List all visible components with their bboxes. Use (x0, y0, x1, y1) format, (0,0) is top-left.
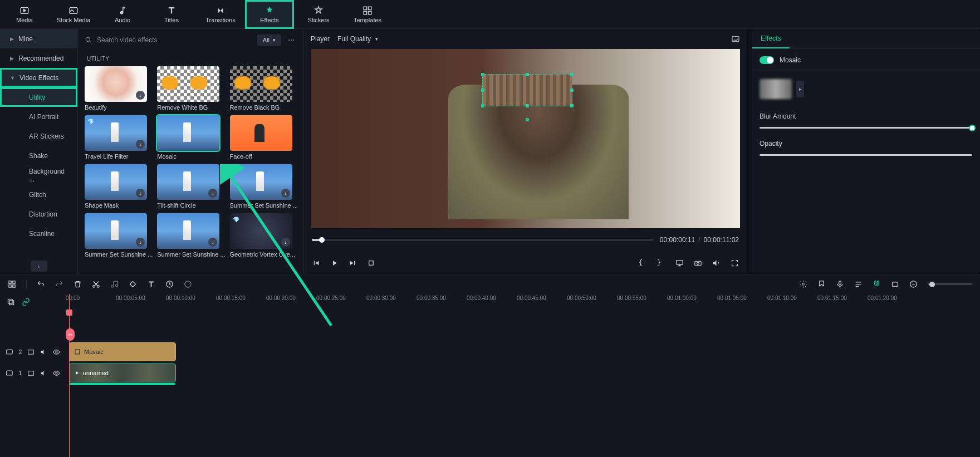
settings-icon[interactable] (799, 280, 807, 288)
scrub-knob[interactable] (319, 237, 325, 243)
fx-clip-mosaic[interactable]: Mosaic (69, 342, 176, 361)
marker-icon[interactable] (817, 280, 826, 288)
cat-utility[interactable]: Utility (0, 87, 77, 107)
razor-icon[interactable]: ✂ (66, 328, 75, 341)
download-icon[interactable]: ↓ (281, 238, 290, 247)
download-icon[interactable]: ↓ (208, 238, 217, 247)
tag-icon[interactable] (129, 280, 137, 288)
download-icon[interactable]: ↓ (136, 91, 145, 100)
effect-card-summer-set-2[interactable]: ↓Summer Set Sunshine ... (85, 213, 153, 258)
list-icon[interactable] (854, 280, 863, 288)
mic-icon[interactable] (836, 280, 844, 288)
stop-icon[interactable] (367, 259, 375, 267)
tab-effects[interactable]: Effects (752, 29, 790, 48)
frame-icon[interactable] (891, 280, 899, 288)
mute-icon[interactable] (40, 370, 47, 377)
cat-video-effects[interactable]: ▼Video Effects (0, 68, 77, 87)
dup-icon[interactable] (7, 298, 15, 306)
nav-transitions[interactable]: Transitions (196, 0, 245, 29)
effect-card-summer-set-3[interactable]: ↓Summer Set Sunshine ... (157, 213, 225, 258)
redo-icon[interactable] (55, 280, 63, 288)
color-icon[interactable] (184, 280, 192, 288)
play-icon[interactable] (330, 259, 339, 267)
mark-out-icon[interactable]: } (657, 259, 665, 267)
lock-icon[interactable] (27, 348, 35, 356)
next-frame-icon[interactable] (349, 259, 357, 267)
eye-icon[interactable] (53, 370, 60, 377)
cat-ai-portrait[interactable]: AI Portrait (0, 107, 77, 126)
effect-card-travel-life-filter[interactable]: 💎↓Travel Life Filter (85, 115, 153, 160)
effect-card-beautify[interactable]: ↓Beautify (85, 66, 153, 111)
track-body[interactable]: unnamed (66, 363, 980, 382)
zoom-knob[interactable] (929, 282, 935, 287)
effect-card-remove-white-bg[interactable]: Remove White BG (157, 66, 225, 111)
eye-icon[interactable] (53, 348, 60, 356)
track-body[interactable]: Mosaic (66, 342, 980, 361)
nav-stickers[interactable]: Stickers (294, 0, 343, 29)
camera-icon[interactable] (694, 259, 702, 267)
filter-dropdown[interactable]: All▾ (257, 35, 281, 46)
cat-glitch[interactable]: Glitch (0, 185, 77, 204)
download-icon[interactable]: ↓ (281, 189, 290, 198)
download-icon[interactable]: ↓ (136, 238, 145, 247)
cat-background[interactable]: Background ... (0, 165, 77, 185)
effect-card-tilt-shift-circle[interactable]: ↓Tilt-shift Circle (157, 164, 225, 209)
magnet-icon[interactable] (873, 280, 881, 288)
display-icon[interactable] (675, 259, 684, 267)
effect-card-face-off[interactable]: Face-off (230, 115, 298, 160)
expand-icon[interactable]: ▸ (796, 81, 804, 97)
nav-media[interactable]: Media (0, 0, 49, 29)
cat-ar-stickers[interactable]: AR Stickers (0, 126, 77, 146)
mute-icon[interactable] (40, 348, 47, 356)
prev-frame-icon[interactable] (312, 259, 320, 267)
effect-toggle[interactable] (759, 56, 774, 64)
effect-card-mosaic[interactable]: Mosaic (157, 115, 225, 160)
cat-mine[interactable]: ▶Mine (0, 29, 77, 48)
cat-scanline[interactable]: Scanline (0, 224, 77, 243)
mark-in-icon[interactable]: { (639, 259, 647, 267)
time-ruler[interactable]: 00:00 00:00:05:00 00:00:10:00 00:00:15:0… (66, 294, 980, 309)
fullscreen-icon[interactable] (731, 259, 739, 267)
download-icon[interactable]: ↓ (136, 140, 145, 149)
slider-knob[interactable] (969, 125, 976, 131)
delete-icon[interactable] (74, 280, 82, 288)
effect-toggle-row: Mosaic (752, 49, 980, 71)
blur-slider[interactable] (759, 127, 972, 129)
grid-icon[interactable] (8, 280, 16, 288)
more-menu[interactable]: ⋯ (286, 36, 297, 44)
cat-back[interactable]: ‹ (0, 258, 77, 274)
quality-dropdown[interactable]: Full Quality▾ (337, 35, 378, 43)
lock-icon[interactable] (27, 370, 35, 377)
speed-icon[interactable] (165, 280, 174, 288)
nav-titles[interactable]: Titles (147, 0, 196, 29)
music-icon[interactable] (110, 280, 119, 288)
nav-audio[interactable]: Audio (98, 0, 147, 29)
download-icon[interactable]: ↓ (136, 189, 145, 198)
effect-card-geometric-vortex[interactable]: 💎↓Geometric Vortex Ove... (230, 213, 298, 258)
cat-shake[interactable]: Shake (0, 146, 77, 165)
snapshot-icon[interactable] (731, 35, 740, 43)
opacity-slider[interactable] (759, 154, 972, 156)
cut-icon[interactable] (92, 280, 100, 288)
zoom-slider[interactable] (928, 283, 972, 285)
effect-card-summer-set-1[interactable]: ↓Summer Set Sunshine ... (230, 164, 298, 209)
volume-icon[interactable] (712, 259, 721, 267)
effect-card-shape-mask[interactable]: ↓Shape Mask (85, 164, 153, 209)
cat-recommended[interactable]: ▶Recommended (0, 48, 77, 68)
nav-templates[interactable]: Templates (343, 0, 392, 29)
text-icon[interactable] (147, 280, 155, 288)
search-input[interactable]: Search video effects (85, 36, 253, 44)
playhead[interactable] (69, 294, 70, 457)
undo-icon[interactable] (37, 280, 45, 288)
zoom-out-icon[interactable] (909, 280, 918, 288)
nav-effects[interactable]: Effects (245, 0, 294, 29)
cat-distortion[interactable]: Distortion (0, 204, 77, 224)
scrub-bar[interactable] (312, 239, 653, 241)
effect-card-remove-black-bg[interactable]: Remove Black BG (230, 66, 298, 111)
link-icon[interactable] (22, 298, 30, 306)
mosaic-selection[interactable] (482, 74, 572, 106)
video-clip-unnamed[interactable]: unnamed (69, 363, 176, 382)
download-icon[interactable]: ↓ (208, 189, 217, 198)
nav-stock-media[interactable]: Stock Media (49, 0, 98, 29)
video-viewport[interactable] (311, 49, 740, 228)
